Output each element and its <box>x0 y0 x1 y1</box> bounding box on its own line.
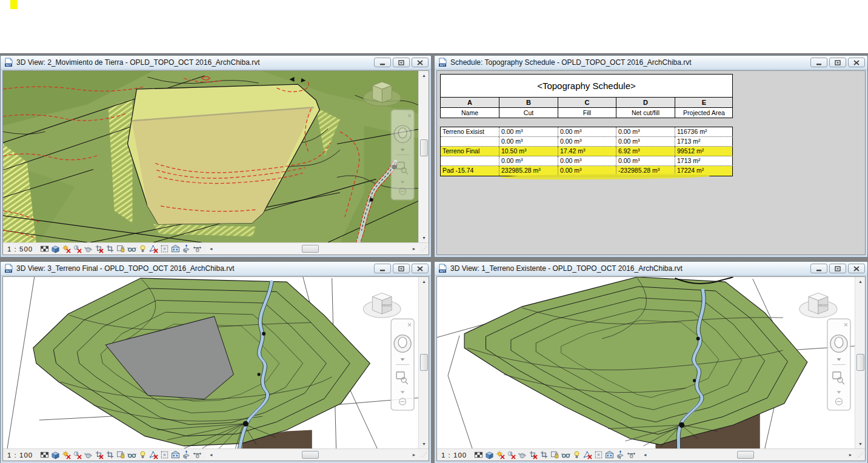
scroll-thumb[interactable] <box>420 139 428 156</box>
sun-path-icon[interactable] <box>61 450 71 460</box>
titlebar[interactable]: 3D View: 1_Terreno Existente - OPLD_TOPO… <box>435 262 867 276</box>
titlebar[interactable]: 3D View: 2_Movimiento de Tierra - OPLD_T… <box>1 56 431 70</box>
vertical-scrollbar[interactable]: ▲ ▼ <box>418 71 429 242</box>
horizontal-scrollbar[interactable]: ◄ ► <box>206 450 419 460</box>
restore-button[interactable] <box>393 264 410 273</box>
navigation-bar[interactable] <box>391 110 414 200</box>
displace-elements-icon[interactable] <box>615 450 625 460</box>
close-button[interactable] <box>848 264 865 273</box>
analytical-model-icon[interactable] <box>583 450 592 460</box>
hide-isolate-icon[interactable] <box>127 244 136 254</box>
analytical-model-icon[interactable] <box>149 244 158 254</box>
scroll-down-arrow[interactable]: ▼ <box>419 233 429 242</box>
reveal-hidden-icon[interactable] <box>138 244 147 254</box>
view-scale-button[interactable]: 1 : 100 <box>441 451 467 459</box>
table-row[interactable]: Terreno Exisist0.00 m³ 0.00 m³0.00 m³ 11… <box>441 127 732 137</box>
reveal-hidden-icon[interactable] <box>138 450 147 460</box>
shadows-icon[interactable] <box>506 450 516 460</box>
table-row[interactable]: 0.00 m³ 0.00 m³0.00 m³ 1713 m² <box>441 156 732 166</box>
resize-grip[interactable]: ⋰ <box>420 450 429 460</box>
scroll-thumb[interactable] <box>856 354 864 371</box>
titlebar[interactable]: Schedule: Topography Schedule - OPLD_TOP… <box>435 56 867 70</box>
locked-view-icon[interactable] <box>116 450 125 460</box>
minimize-button[interactable] <box>810 58 827 67</box>
restore-button[interactable] <box>829 58 846 67</box>
crop-view-icon[interactable] <box>528 450 538 460</box>
scroll-down-arrow[interactable]: ▼ <box>855 439 866 448</box>
locked-view-icon[interactable] <box>116 244 125 254</box>
scroll-left-arrow[interactable]: ◄ <box>206 244 216 254</box>
crop-region-icon[interactable] <box>105 450 115 460</box>
temporary-view-properties-icon[interactable] <box>593 450 603 460</box>
navigation-bar[interactable] <box>391 319 414 410</box>
shadows-icon[interactable] <box>72 450 82 460</box>
scroll-right-arrow[interactable]: ► <box>409 450 419 460</box>
reveal-constraints-icon[interactable] <box>192 450 202 460</box>
crop-view-icon[interactable] <box>94 244 104 254</box>
scroll-thumb[interactable] <box>302 451 319 459</box>
column-header-row[interactable]: Name Cut Fill Net cut/fill Projected Are… <box>441 107 732 118</box>
viewport-terreno-existente[interactable] <box>437 277 855 448</box>
crop-region-icon[interactable] <box>105 244 115 254</box>
temporary-view-properties-icon[interactable] <box>159 244 169 254</box>
rendering-dialog-icon[interactable] <box>517 450 527 460</box>
scroll-down-arrow[interactable]: ▼ <box>419 439 429 448</box>
scroll-up-arrow[interactable]: ▲ <box>855 277 866 286</box>
navigation-bar[interactable] <box>827 319 850 410</box>
locked-view-icon[interactable] <box>550 450 559 460</box>
view-scale-button[interactable]: 1 : 100 <box>7 451 33 459</box>
crop-view-icon[interactable] <box>94 450 104 460</box>
titlebar[interactable]: 3D View: 3_Terreno Final - OPLD_TOPO_OCT… <box>1 262 431 276</box>
viewport-topo-plan[interactable] <box>3 71 418 242</box>
detail-level-icon[interactable] <box>473 450 483 460</box>
crop-region-icon[interactable] <box>539 450 549 460</box>
resize-grip[interactable]: ⋰ <box>420 244 429 254</box>
view-scale-button[interactable]: 1 : 500 <box>7 245 33 253</box>
column-letter-row[interactable]: A B C D E <box>441 97 732 107</box>
vertical-scrollbar[interactable]: ▲ ▼ <box>855 277 865 448</box>
scroll-left-arrow[interactable]: ◄ <box>206 450 216 460</box>
horizontal-scrollbar[interactable]: ◄ ► <box>640 450 855 460</box>
table-row[interactable]: 0.00 m³ 0.00 m³0.00 m³ 1713 m² <box>441 137 732 147</box>
visual-style-icon[interactable] <box>50 450 60 460</box>
worksharing-display-icon[interactable] <box>604 450 614 460</box>
scroll-thumb[interactable] <box>302 245 319 253</box>
vertical-scrollbar[interactable]: ▲ ▼ <box>418 277 429 448</box>
shadows-icon[interactable] <box>72 244 82 254</box>
table-row-highlighted[interactable]: Terreno Final10.50 m³ 17.42 m³6.92 m³ 99… <box>441 147 732 156</box>
close-button[interactable] <box>412 58 429 67</box>
worksharing-display-icon[interactable] <box>170 244 180 254</box>
minimize-button[interactable] <box>810 264 827 273</box>
scroll-right-arrow[interactable]: ► <box>846 450 855 460</box>
viewport-terreno-final[interactable] <box>3 277 418 448</box>
minimize-button[interactable] <box>374 264 391 273</box>
hide-isolate-icon[interactable] <box>127 450 136 460</box>
visual-style-icon[interactable] <box>484 450 494 460</box>
sun-path-icon[interactable] <box>495 450 505 460</box>
analytical-model-icon[interactable] <box>149 450 158 460</box>
restore-button[interactable] <box>829 264 846 273</box>
scroll-left-arrow[interactable]: ◄ <box>640 450 650 460</box>
horizontal-scrollbar[interactable]: ◄ ► <box>206 244 419 254</box>
reveal-constraints-icon[interactable] <box>626 450 636 460</box>
reveal-hidden-icon[interactable] <box>572 450 581 460</box>
scroll-thumb[interactable] <box>420 354 428 371</box>
scroll-right-arrow[interactable]: ► <box>409 244 419 254</box>
rendering-dialog-icon[interactable] <box>83 450 93 460</box>
detail-level-icon[interactable] <box>39 450 49 460</box>
detail-level-icon[interactable] <box>39 244 49 254</box>
hide-isolate-icon[interactable] <box>561 450 570 460</box>
scroll-up-arrow[interactable]: ▲ <box>419 277 429 286</box>
sun-path-icon[interactable] <box>61 244 71 254</box>
close-button[interactable] <box>412 264 429 273</box>
worksharing-display-icon[interactable] <box>170 450 180 460</box>
scroll-up-arrow[interactable]: ▲ <box>419 71 429 80</box>
close-button[interactable] <box>848 58 865 67</box>
temporary-view-properties-icon[interactable] <box>159 450 169 460</box>
displace-elements-icon[interactable] <box>181 244 191 254</box>
displace-elements-icon[interactable] <box>181 450 191 460</box>
minimize-button[interactable] <box>374 58 391 67</box>
resize-grip[interactable]: ⋰ <box>856 450 865 460</box>
reveal-constraints-icon[interactable] <box>192 244 202 254</box>
visual-style-icon[interactable] <box>50 244 60 254</box>
